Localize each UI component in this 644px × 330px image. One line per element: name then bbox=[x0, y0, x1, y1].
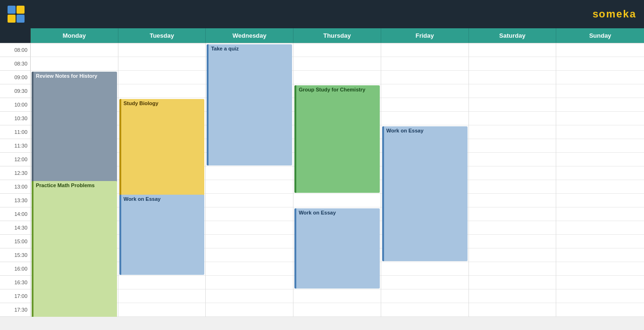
time-slot bbox=[556, 84, 644, 98]
time-slot bbox=[118, 57, 206, 71]
day-column-monday: Review Notes for HistoryPractice Math Pr… bbox=[31, 43, 118, 317]
day-header-saturday: Saturday bbox=[469, 28, 557, 43]
time-slot bbox=[469, 262, 556, 276]
app-header: someka bbox=[0, 0, 644, 28]
time-cell: 09:30 bbox=[0, 84, 31, 98]
time-slot bbox=[31, 43, 118, 57]
header-empty bbox=[0, 28, 31, 43]
day-header-wednesday: Wednesday bbox=[206, 28, 293, 43]
time-column: 08:0008:3009:0009:3010:0010:3011:0011:30… bbox=[0, 43, 31, 317]
time-slot bbox=[469, 221, 556, 235]
time-slot bbox=[206, 166, 293, 180]
time-cell: 12:30 bbox=[0, 166, 31, 180]
time-cell: 14:00 bbox=[0, 207, 31, 221]
time-cell: 14:30 bbox=[0, 221, 31, 235]
time-cell: 16:30 bbox=[0, 276, 31, 289]
time-slot bbox=[206, 180, 293, 194]
day-header-monday: Monday bbox=[31, 28, 118, 43]
time-slot bbox=[381, 43, 468, 57]
time-slot bbox=[118, 276, 206, 289]
time-slot bbox=[118, 303, 206, 317]
time-slot bbox=[556, 180, 644, 194]
time-cell: 13:00 bbox=[0, 180, 31, 194]
day-column-thursday: Group Study for ChemistryWork on Essay bbox=[293, 43, 381, 317]
time-slot bbox=[556, 194, 644, 207]
time-slot bbox=[556, 112, 644, 125]
time-cell: 17:30 bbox=[0, 303, 31, 317]
day-column-wednesday: Take a quiz bbox=[206, 43, 293, 317]
time-slot bbox=[381, 98, 468, 112]
time-cell: 08:30 bbox=[0, 57, 31, 71]
time-slot bbox=[469, 84, 556, 98]
time-slot bbox=[469, 139, 556, 153]
time-slot bbox=[118, 84, 206, 98]
time-slot bbox=[206, 235, 293, 248]
time-cell: 12:00 bbox=[0, 153, 31, 166]
event-block: Work on Essay bbox=[382, 126, 468, 261]
event-block: Work on Essay bbox=[294, 208, 380, 289]
time-slot bbox=[556, 57, 644, 71]
time-slot bbox=[206, 194, 293, 207]
time-slot bbox=[293, 289, 381, 303]
time-slot bbox=[469, 194, 556, 207]
time-slot bbox=[556, 166, 644, 180]
time-slot bbox=[381, 262, 468, 276]
time-cell: 11:30 bbox=[0, 139, 31, 153]
time-cell: 08:00 bbox=[0, 43, 31, 57]
time-slot bbox=[381, 276, 468, 289]
time-slot bbox=[206, 221, 293, 235]
calendar-container: MondayTuesdayWednesdayThursdayFridaySatu… bbox=[0, 28, 644, 317]
time-slot bbox=[469, 289, 556, 303]
time-slot bbox=[469, 71, 556, 84]
time-slot bbox=[469, 57, 556, 71]
time-slot bbox=[469, 43, 556, 57]
event-block: Group Study for Chemistry bbox=[294, 85, 380, 193]
time-slot bbox=[293, 194, 381, 207]
time-slot bbox=[469, 207, 556, 221]
time-slot bbox=[118, 289, 206, 303]
time-cell: 13:30 bbox=[0, 194, 31, 207]
time-slot bbox=[469, 235, 556, 248]
time-cell: 17:00 bbox=[0, 289, 31, 303]
time-slot bbox=[469, 276, 556, 289]
days-header: MondayTuesdayWednesdayThursdayFridaySatu… bbox=[0, 28, 644, 43]
time-slot bbox=[556, 71, 644, 84]
time-slot bbox=[556, 98, 644, 112]
time-slot bbox=[206, 262, 293, 276]
logo-icon bbox=[8, 6, 25, 23]
time-slot bbox=[556, 125, 644, 139]
time-slot bbox=[469, 153, 556, 166]
time-slot bbox=[556, 221, 644, 235]
time-slot bbox=[556, 207, 644, 221]
time-slot bbox=[206, 276, 293, 289]
time-slot bbox=[381, 71, 468, 84]
time-slot bbox=[381, 289, 468, 303]
day-header-thursday: Thursday bbox=[293, 28, 381, 43]
time-slot bbox=[31, 57, 118, 71]
day-column-tuesday: Study BiologyWork on Essay bbox=[118, 43, 206, 317]
time-cell: 16:00 bbox=[0, 262, 31, 276]
time-cell: 10:30 bbox=[0, 112, 31, 125]
time-slot bbox=[556, 248, 644, 262]
time-slot bbox=[381, 57, 468, 71]
day-column-sunday bbox=[556, 43, 644, 317]
day-column-friday: Work on Essay bbox=[381, 43, 469, 317]
day-header-tuesday: Tuesday bbox=[118, 28, 206, 43]
time-slot bbox=[206, 289, 293, 303]
time-slot bbox=[469, 125, 556, 139]
day-column-saturday bbox=[469, 43, 557, 317]
header-left bbox=[8, 6, 30, 23]
time-slot bbox=[293, 57, 381, 71]
time-slot bbox=[556, 43, 644, 57]
time-slot bbox=[556, 262, 644, 276]
time-slot bbox=[206, 248, 293, 262]
time-slot bbox=[469, 180, 556, 194]
time-slot bbox=[556, 276, 644, 289]
time-slot bbox=[293, 71, 381, 84]
time-slot bbox=[381, 112, 468, 125]
time-slot bbox=[469, 112, 556, 125]
time-slot bbox=[293, 303, 381, 317]
time-slot bbox=[206, 207, 293, 221]
time-cell: 09:00 bbox=[0, 71, 31, 84]
time-slot bbox=[381, 84, 468, 98]
